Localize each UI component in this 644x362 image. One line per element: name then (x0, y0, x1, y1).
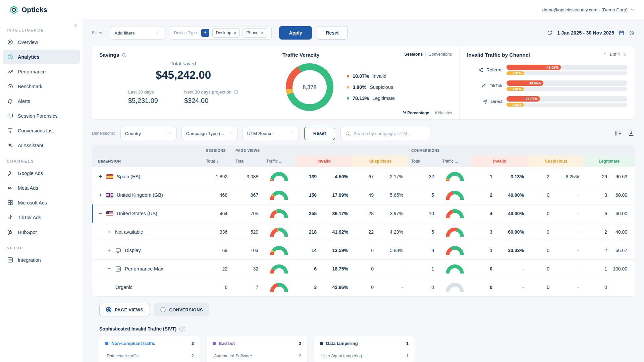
conv-legitimate-pct: 90.63 (612, 174, 635, 179)
topbar: Opticks demo@optickssecurity.com - (Demo… (0, 0, 644, 19)
help-icon[interactable]: ? (179, 326, 185, 331)
dimension-select-campaign-type[interactable]: Campaign Type (... (181, 127, 238, 140)
sidebar-item-alerts[interactable]: Alerts (3, 94, 80, 108)
columns-config-icon[interactable] (614, 130, 621, 137)
view-toggle-page-views[interactable]: PAGE VIEWS (99, 303, 150, 316)
add-filters-select[interactable]: Add filters (110, 26, 164, 40)
veracity-mode-sessions[interactable]: Sessions (404, 52, 423, 57)
sidebar-item-google-ads[interactable]: Google Ads (3, 166, 80, 180)
pv-suspicious-count: 22 (353, 229, 378, 235)
pv-suspicious-count: 67 (353, 174, 378, 179)
sidebar-item-conversions-list[interactable]: Conversions List (3, 123, 80, 138)
add-device-button[interactable]: + (201, 29, 209, 37)
dimension-select-country[interactable]: Country (120, 127, 177, 140)
conv-legitimate-count: 1 (584, 266, 612, 272)
account-menu[interactable]: demo@optickssecurity.com - (Demo Corp) (542, 7, 635, 12)
sidebar-item-overview[interactable]: Overview (3, 35, 80, 49)
campaign-search-input[interactable] (354, 131, 426, 136)
table-row-united-kingdom-gb[interactable]: +United Kingdom (GB)46886715617.99%495.6… (92, 186, 635, 204)
brand-logo[interactable]: Opticks (9, 5, 47, 14)
table-row-not-available[interactable]: +Not available33652021841.92%224.23%5360… (92, 223, 635, 241)
pv-suspicious-pct: - (378, 266, 408, 272)
calendar-icon[interactable] (619, 30, 625, 36)
pageviews-traffic-gauge (263, 246, 295, 255)
sidebar-item-session-forensics[interactable]: Session Forensics (3, 109, 80, 123)
dimension-select-utm-source[interactable]: UTM Source (243, 127, 299, 140)
clock-icon[interactable] (629, 30, 635, 36)
refresh-icon[interactable] (547, 30, 553, 36)
download-icon[interactable] (628, 130, 635, 137)
sidebar-item-ai-assistant[interactable]: AI Assistant (3, 138, 80, 153)
tiktok-icon (481, 83, 487, 88)
sivt-card-non-compliant-traffic: Non-compliant traffic3 Datacenter traffi… (99, 336, 200, 362)
sidebar-item-benchmark[interactable]: Benchmark (3, 79, 80, 94)
sort-desc-icon[interactable]: ↓ (216, 159, 218, 163)
pv-invalid-count: 14 (295, 248, 321, 253)
display-mode-number[interactable]: # Number (435, 111, 452, 115)
conv-suspicious-count: 0 (529, 285, 554, 290)
sidebar-collapse-button[interactable] (73, 23, 78, 29)
conv-legitimate-pct: 40.00 (612, 229, 635, 235)
apply-button[interactable]: Apply (279, 26, 312, 40)
table-row-united-states-us[interactable]: −United States (US)46470525536.17%283.97… (92, 204, 635, 223)
info-icon[interactable] (233, 89, 238, 95)
row-expand-toggle[interactable]: + (98, 174, 103, 180)
sidebar-item-hubspot[interactable]: HubSpot (3, 225, 80, 239)
sessions-total: 22 (203, 266, 232, 272)
filter-chip-phone[interactable]: Phone× (243, 28, 267, 38)
dimension-cell: +Display (92, 247, 203, 254)
sidebar-item-integration[interactable]: JSIntegration (3, 253, 80, 267)
col-conv-suspicious: Suspicious (529, 156, 584, 167)
row-expand-toggle[interactable]: + (107, 247, 112, 253)
table-row-performance-max[interactable]: −Performance Max2232618.75%0-10-0-1100.0… (92, 259, 635, 278)
remove-chip-icon[interactable]: × (261, 31, 264, 35)
row-expand-toggle[interactable]: − (98, 210, 103, 217)
conversions-traffic-gauge (439, 228, 471, 237)
table-row-organic[interactable]: Organic67342.86%0-00-0-0 (92, 278, 635, 296)
dimension-label: Performance Max (125, 266, 163, 272)
view-toggle-conversions[interactable]: CONVERSIONS (154, 303, 209, 316)
channel-row-referral: Referral 45.05% 4.57% (467, 65, 627, 75)
sidebar-item-meta-ads[interactable]: Meta Ads (3, 181, 80, 195)
dimension-label: Display (125, 248, 141, 253)
conv-legitimate-pct: 100.00 (612, 266, 635, 272)
remove-chip-icon[interactable]: × (234, 31, 236, 35)
table-row-spain-es[interactable]: +Spain (ES)1,8923,0881394.50%672.17%3213… (92, 167, 635, 186)
conversions-traffic-gauge (439, 246, 471, 255)
conversions-traffic-gauge (439, 264, 471, 274)
sidebar-item-performance[interactable]: Performance (3, 64, 80, 79)
pv-invalid-count: 218 (295, 229, 321, 235)
pv-invalid-pct: 4.50% (321, 174, 353, 179)
reset-dimensions-button[interactable]: Reset (304, 127, 335, 140)
device-type-label: Device Type: (174, 31, 198, 35)
sessions-total: 468 (203, 192, 232, 198)
pageviews-traffic-gauge (263, 209, 295, 218)
conversions-total: 32 (408, 174, 439, 179)
sidebar-item-microsoft-ads[interactable]: Microsoft Ads (3, 195, 80, 210)
overview-card: Savings Total saved $45,242.00 Last 30 d… (92, 46, 635, 119)
next-page-icon[interactable] (623, 52, 627, 57)
col-sessions-total[interactable]: Total↓ (203, 159, 232, 164)
pv-invalid-count: 156 (295, 192, 321, 198)
date-range[interactable]: 1 Jan 2025 - 30 Nov 2025 (557, 30, 614, 36)
legend-legitimate: 78.13%Legitimate (347, 96, 395, 101)
sidebar-item-tiktok-ads[interactable]: TikTok Ads (3, 210, 80, 225)
row-expand-toggle[interactable]: + (98, 192, 103, 198)
conv-invalid-pct: 40.00% (497, 211, 529, 216)
filter-chip-desktop[interactable]: Desktop× (212, 28, 240, 38)
row-expand-toggle[interactable]: − (107, 266, 112, 272)
info-icon[interactable] (122, 53, 127, 58)
row-expand-toggle[interactable]: + (107, 229, 112, 235)
channel-row-direct: Direct 27.67% 3.65% (467, 96, 627, 107)
veracity-mode-conversions[interactable]: Conversions (429, 52, 452, 57)
sidebar-item-analytics[interactable]: Analytics (3, 50, 80, 64)
group-page-views: PAGE VIEWS (232, 148, 408, 153)
sivt-item-count: 1 (406, 354, 409, 358)
display-mode-percentage[interactable]: % Percentage (402, 111, 429, 115)
table-row-display[interactable]: +Display691031413.59%65.83%3133.33%0-266… (92, 241, 635, 259)
prev-page-icon[interactable] (602, 52, 607, 57)
conv-invalid-count: 4 (471, 211, 497, 216)
sivt-card-data-tampering: Data tampering1 User Agent tampering1 (314, 336, 415, 362)
sidebar-section-title: INTELLIGENCE (7, 28, 83, 32)
reset-filters-button[interactable]: Reset (317, 26, 347, 40)
